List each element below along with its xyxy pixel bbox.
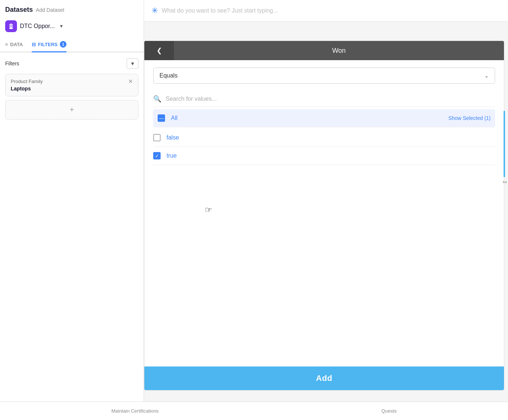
search-values-placeholder: Search for values... [166,96,217,102]
add-dataset-link[interactable]: Add Dataset [36,7,64,13]
data-tab-icon: ≡ [5,42,8,47]
filter-tab-icon: ⊟ [32,42,36,47]
back-arrow-icon: ❮ [157,47,162,55]
all-checkbox[interactable]: — [158,114,165,122]
filters-row: Filters ▼ [5,58,138,69]
search-placeholder-text[interactable]: What do you want to see? Just start typi… [162,7,278,14]
dataset-logo-icon [8,23,14,30]
bottom-bar: Maintain Certifications Quests [0,402,508,420]
all-row[interactable]: — All Show Selected (1) [153,109,495,127]
true-checkbox[interactable]: ✓ [153,152,161,159]
filter-card-value: Laptops [11,86,43,92]
bottom-bar-item-certifications[interactable]: Maintain Certifications [111,408,159,414]
modal-footer: Add [144,366,504,390]
bottom-bar-item-quests[interactable]: Quests [381,408,397,414]
operator-label: Equals [159,72,178,79]
search-values-icon: 🔍 [153,95,161,103]
all-label: All [171,115,449,121]
filters-dropdown-icon: ▼ [130,61,135,66]
add-button[interactable]: Add [144,366,504,390]
sidebar: Datasets Add Dataset DTC Oppor... ▼ ≡ DA… [0,0,144,420]
search-bar: ✳ What do you want to see? Just start ty… [144,0,508,22]
dataset-chevron-icon[interactable]: ▼ [59,24,64,29]
show-selected-label[interactable]: Show Selected (1) [449,115,491,121]
dataset-icon [5,20,17,32]
add-filter-button[interactable]: + [5,100,138,120]
filters-title: Filters [5,61,19,66]
dataset-name-label: DTC Oppor... [20,23,55,30]
modal-back-button[interactable]: ❮ [144,41,174,60]
main-area: ✳ What do you want to see? Just start ty… [144,0,508,420]
tab-data[interactable]: ≡ DATA [5,37,23,52]
datasets-title: Datasets [5,6,33,14]
search-star-icon: ✳ [151,6,158,16]
list-item-true[interactable]: ✓ true [153,147,495,165]
tabs-row: ≡ DATA ⊟ FILTERS 1 [0,37,144,52]
true-checkbox-mark: ✓ [155,154,159,158]
filter-close-button[interactable]: ✕ [128,79,133,85]
filter-card-product-family: Product Family Laptops ✕ [5,74,138,96]
dataset-selector[interactable]: DTC Oppor... ▼ [0,18,144,37]
true-label: true [167,152,495,159]
filter-card-header: Product Family Laptops ✕ [11,79,133,92]
search-values-field[interactable]: 🔍 Search for values... [153,91,495,107]
filters-dropdown-button[interactable]: ▼ [127,58,138,69]
modal-body: Equals ⌄ 🔍 Search for values... — All Sh… [144,60,504,366]
tab-filters[interactable]: ⊟ FILTERS 1 [32,37,66,52]
scroll-number-indicator: 2 [502,181,507,183]
add-filter-icon: + [70,106,74,114]
modal-header: ❮ Won [144,41,504,60]
operator-dropdown[interactable]: Equals ⌄ [153,68,495,84]
sidebar-header: Datasets Add Dataset [0,0,144,18]
filter-card-content: Product Family Laptops [11,79,43,92]
filter-tab-badge: 1 [60,41,66,48]
scroll-accent-bar [504,111,505,177]
filter-modal: ❮ Won Equals ⌄ 🔍 Search for values... — … [144,41,504,390]
data-tab-label: DATA [10,42,23,47]
filters-section: Filters ▼ Product Family Laptops ✕ + [0,52,144,125]
false-label: false [167,134,495,141]
filter-tab-label: FILTERS [38,42,58,47]
all-checkbox-mark: — [159,116,164,121]
filter-card-label: Product Family [11,79,43,84]
operator-chevron-icon: ⌄ [484,73,489,79]
list-item-false[interactable]: false [153,129,495,147]
modal-title: Won [174,47,504,55]
false-checkbox[interactable] [153,134,161,141]
